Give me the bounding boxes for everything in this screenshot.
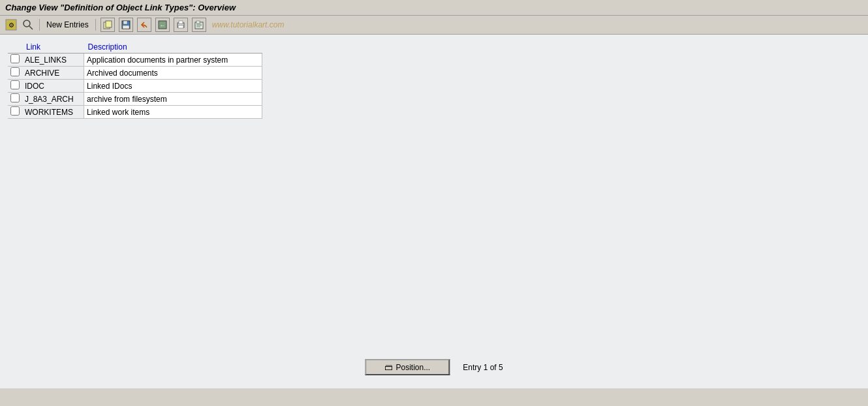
row-select-checkbox[interactable] [10, 106, 20, 116]
export-icon[interactable] [192, 18, 206, 32]
svg-rect-5 [106, 21, 112, 27]
position-button-label: Position... [395, 363, 430, 372]
main-content: Link Description ALE_LINKSApplication do… [0, 35, 868, 388]
position-icon: 🗃 [384, 362, 393, 372]
cell-link: ARCHIVE [22, 67, 84, 80]
position-button[interactable]: 🗃 Position... [365, 359, 450, 375]
table-header-checkbox [8, 41, 22, 54]
object-link-types-table: Link Description ALE_LINKSApplication do… [8, 41, 262, 119]
cell-link: J_8A3_ARCH [22, 93, 84, 106]
row-select-checkbox[interactable] [10, 67, 20, 76]
cell-description: archive from filesystem [84, 93, 262, 106]
title-text: Change View "Definition of Object Link T… [5, 3, 236, 12]
row-select-checkbox[interactable] [10, 93, 20, 102]
cell-description: Linked work items [84, 106, 262, 119]
svg-rect-15 [196, 21, 200, 23]
cell-description: Linked IDocs [84, 80, 262, 93]
svg-rect-13 [178, 25, 183, 28]
find-icon[interactable] [21, 18, 35, 32]
copy-icon[interactable] [101, 18, 115, 32]
save-icon[interactable] [119, 18, 133, 32]
row-select-checkbox[interactable] [10, 54, 20, 63]
svg-rect-7 [123, 21, 127, 24]
svg-text:⚙: ⚙ [8, 22, 14, 29]
title-bar: Change View "Definition of Object Link T… [0, 0, 868, 16]
table-row: WORKITEMSLinked work items [8, 106, 262, 119]
separator-1 [39, 19, 40, 31]
svg-rect-8 [123, 25, 129, 29]
svg-point-2 [23, 20, 30, 27]
row-checkbox-cell [8, 54, 22, 67]
table-row: ALE_LINKSApplication documents in partne… [8, 54, 262, 67]
cell-link: IDOC [22, 80, 84, 93]
new-entries-button[interactable]: New Entries [44, 19, 91, 31]
separator-2 [95, 19, 96, 31]
entry-info: Entry 1 of 5 [463, 363, 503, 372]
row-select-checkbox[interactable] [10, 80, 20, 89]
table-header-link: Link [22, 41, 84, 54]
svg-text:←: ← [159, 22, 165, 29]
watermark-text: www.tutorialkart.com [212, 20, 285, 29]
table-row: IDOCLinked IDocs [8, 80, 262, 93]
row-checkbox-cell [8, 106, 22, 119]
row-checkbox-cell [8, 67, 22, 80]
bottom-bar: 🗃 Position... Entry 1 of 5 [365, 359, 503, 375]
toolbar: ⚙ New Entries ← [0, 16, 868, 35]
cell-description: Archived documents [84, 67, 262, 80]
back-icon[interactable]: ← [155, 18, 170, 32]
undo-icon[interactable] [137, 18, 151, 32]
settings-icon[interactable]: ⚙ [4, 18, 18, 32]
row-checkbox-cell [8, 93, 22, 106]
svg-line-3 [29, 26, 33, 29]
table-row: ARCHIVEArchived documents [8, 67, 262, 80]
cell-description: Application documents in partner system [84, 54, 262, 67]
cell-link: WORKITEMS [22, 106, 84, 119]
row-checkbox-cell [8, 80, 22, 93]
cell-link: ALE_LINKS [22, 54, 84, 67]
table-row: J_8A3_ARCHarchive from filesystem [8, 93, 262, 106]
print-icon[interactable] [174, 18, 188, 32]
svg-rect-12 [179, 21, 183, 23]
table-header-description: Description [84, 41, 262, 54]
new-entries-label: New Entries [46, 20, 89, 29]
